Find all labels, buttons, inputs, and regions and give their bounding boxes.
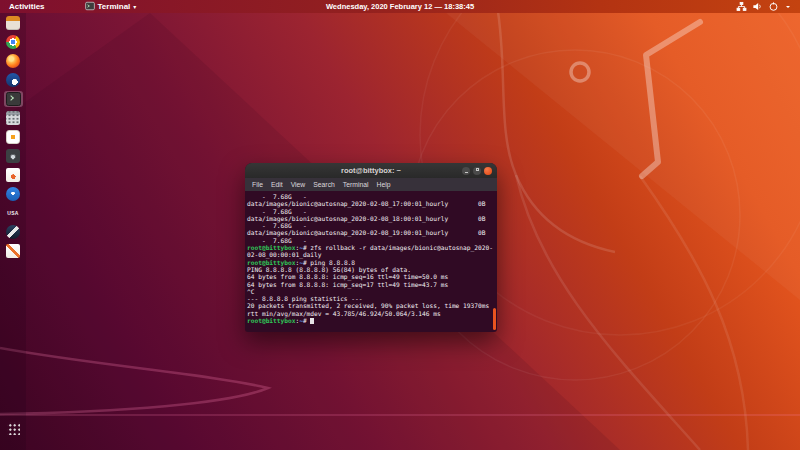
caret-down-icon[interactable]	[784, 3, 792, 11]
terminal-cursor	[310, 318, 314, 324]
maximize-button[interactable]	[473, 167, 481, 175]
terminal-line-17: root@bittybox:~#	[247, 317, 497, 324]
help-icon	[6, 187, 20, 201]
terminal-line-7: root@bittybox:~# zfs rollback -r data/im…	[247, 244, 497, 251]
terminal-line-5: data/images/bionic@autosnap_2020-02-08_1…	[247, 229, 497, 236]
terminal-screen[interactable]: - 7.68G -data/images/bionic@autosnap_202…	[245, 191, 497, 332]
window-title: root@bittybox: ~	[245, 163, 497, 178]
menu-terminal[interactable]: Terminal	[343, 181, 369, 188]
activities-button[interactable]: Activities	[9, 2, 45, 11]
volume-icon[interactable]	[752, 1, 763, 12]
dock-item-help[interactable]	[4, 186, 23, 202]
battery-icon[interactable]	[768, 1, 779, 12]
files-icon	[6, 16, 20, 30]
usa-text-icon: USA	[6, 209, 20, 217]
show-applications-icon	[7, 422, 20, 435]
terminal-line-0: - 7.68G -	[247, 193, 497, 200]
calculator-icon	[6, 111, 20, 125]
terminal-line-8: 02-08_00:00:01_daily	[247, 251, 497, 258]
terminal-line-13: ^C	[247, 288, 497, 295]
focused-app-menu[interactable]: Terminal ▾	[85, 1, 137, 13]
menu-file[interactable]: File	[252, 181, 263, 188]
menu-edit[interactable]: Edit	[271, 181, 283, 188]
dock-item-chrome[interactable]	[4, 34, 23, 50]
terminal-line-12: 64 bytes from 8.8.8.8: icmp_seq=17 ttl=4…	[247, 281, 497, 288]
top-bar: Activities Terminal ▾ Wednesday, 2020 Fe…	[0, 0, 800, 13]
dock: USA	[0, 13, 26, 450]
terminal-line-14: --- 8.8.8.8 ping statistics ---	[247, 295, 497, 302]
dock-item-text-editor[interactable]	[4, 243, 23, 259]
focused-app-label: Terminal	[98, 2, 131, 11]
terminal-line-15: 20 packets transmitted, 2 received, 90% …	[247, 302, 497, 309]
menu-view[interactable]: View	[291, 181, 306, 188]
dock-item-software[interactable]	[4, 129, 23, 145]
minimize-button[interactable]	[462, 167, 470, 175]
terminal-titlebar[interactable]: root@bittybox: ~	[245, 163, 497, 178]
terminal-line-11: 64 bytes from 8.8.8.8: icmp_seq=16 ttl=4…	[247, 273, 497, 280]
caret-down-icon: ▾	[133, 3, 136, 10]
terminal-line-9: root@bittybox:~# ping 8.8.8.8	[247, 259, 497, 266]
dock-item-document[interactable]	[4, 167, 23, 183]
blue-app-icon	[6, 73, 20, 87]
terminal-line-1: data/images/bionic@autosnap_2020-02-08_1…	[247, 200, 497, 207]
window-buttons	[462, 163, 492, 178]
menu-search[interactable]: Search	[313, 181, 335, 188]
text-editor-icon	[6, 244, 20, 258]
dock-item-camera[interactable]	[4, 148, 23, 164]
terminal-line-2: - 7.68G -	[247, 208, 497, 215]
terminal-line-10: PING 8.8.8.8 (8.8.8.8) 56(84) bytes of d…	[247, 266, 497, 273]
terminal-line-6: - 7.68G -	[247, 237, 497, 244]
dock-item-blue-app[interactable]	[4, 72, 23, 88]
clock[interactable]: Wednesday, 2020 February 12 — 18:38:45	[326, 2, 474, 11]
dock-item-usa[interactable]: USA	[4, 205, 23, 221]
terminal-window: root@bittybox: ~ FileEditViewSearchTermi…	[245, 163, 497, 332]
terminal-scrollbar[interactable]	[493, 308, 496, 330]
terminal-line-3: data/images/bionic@autosnap_2020-02-08_1…	[247, 215, 497, 222]
terminal-line-16: rtt min/avg/max/mdev = 43.785/46.924/50.…	[247, 310, 497, 317]
terminal-line-4: - 7.68G -	[247, 222, 497, 229]
terminal-icon	[6, 92, 21, 106]
show-applications-button[interactable]	[4, 420, 23, 436]
network-wired-icon[interactable]	[736, 1, 747, 12]
system-status-area[interactable]	[736, 1, 792, 12]
document-icon	[6, 168, 20, 182]
menu-help[interactable]: Help	[377, 181, 391, 188]
dock-item-calculator[interactable]	[4, 110, 23, 126]
dock-item-files[interactable]	[4, 15, 23, 31]
chrome-icon	[6, 35, 20, 49]
dock-item-firefox[interactable]	[4, 53, 23, 69]
steam-icon	[6, 225, 20, 239]
terminal-app-icon	[85, 1, 95, 13]
terminal-menubar: FileEditViewSearchTerminalHelp	[245, 178, 497, 191]
camera-icon	[6, 149, 20, 163]
close-button[interactable]	[484, 167, 492, 175]
firefox-icon	[6, 54, 20, 68]
software-icon	[6, 130, 20, 144]
dock-item-terminal-app[interactable]	[4, 91, 23, 107]
dock-item-steam[interactable]	[4, 224, 23, 240]
